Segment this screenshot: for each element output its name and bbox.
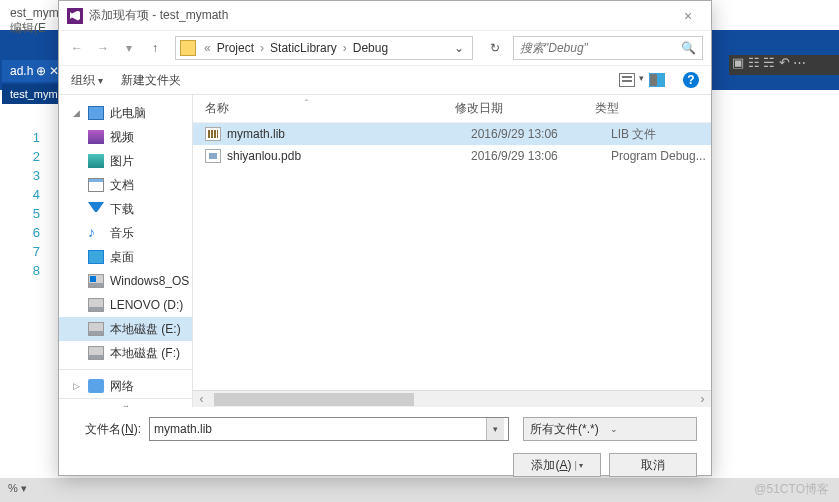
sidebar-item-drive-d[interactable]: LENOVO (D:) [59, 293, 192, 317]
pdb-file-icon [205, 149, 221, 163]
sidebar-item-drive-c[interactable]: Windows8_OS [59, 269, 192, 293]
filename-combo[interactable]: ▾ [149, 417, 509, 441]
organize-button[interactable]: 组织 [71, 72, 103, 89]
preview-pane-button[interactable] [649, 73, 665, 87]
filter-combo[interactable]: 所有文件(*.*) ⌄ [523, 417, 697, 441]
search-icon[interactable]: 🔍 [681, 41, 696, 55]
sidebar-item-pictures[interactable]: 图片 [59, 149, 192, 173]
col-type[interactable]: 类型 [595, 100, 695, 117]
nav-back-button[interactable]: ← [67, 38, 87, 58]
sidebar-item-this-pc[interactable]: ◢此电脑 [59, 101, 192, 125]
sidebar-item-music[interactable]: ♪音乐 [59, 221, 192, 245]
sidebar-item-videos[interactable]: 视频 [59, 125, 192, 149]
refresh-button[interactable]: ↻ [483, 36, 507, 60]
new-folder-button[interactable]: 新建文件夹 [121, 72, 181, 89]
nav-history-button[interactable]: ▾ [119, 38, 139, 58]
help-button[interactable]: ? [683, 72, 699, 88]
scroll-left-icon[interactable]: ‹ [193, 392, 210, 406]
lib-file-icon [205, 127, 221, 141]
crumb-dropdown-icon[interactable]: ⌄ [450, 41, 468, 55]
folder-icon [180, 40, 196, 56]
add-existing-item-dialog: 添加现有项 - test_mymath × ← → ▾ ↑ « Project … [58, 0, 712, 476]
file-row[interactable]: shiyanlou.pdb 2016/9/29 13:06 Program De… [193, 145, 711, 167]
crumb-staticlibrary[interactable]: StaticLibrary [268, 41, 339, 55]
dialog-title: 添加现有项 - test_mymath [89, 7, 673, 24]
sidebar-item-downloads[interactable]: 下载 [59, 197, 192, 221]
column-headers[interactable]: 名称ˆ 修改日期 类型 [193, 95, 711, 123]
close-button[interactable]: × [673, 8, 703, 24]
sidebar-item-documents[interactable]: 文档 [59, 173, 192, 197]
col-name[interactable]: 名称ˆ [205, 100, 455, 117]
sidebar-item-desktop[interactable]: 桌面 [59, 245, 192, 269]
filename-dropdown-icon[interactable]: ▾ [486, 418, 504, 440]
editor-tab-2[interactable]: test_mym [2, 84, 66, 104]
nav-tree: ◢此电脑 视频 图片 文档 下载 ♪音乐 桌面 Windows8_OS LENO… [59, 95, 193, 407]
search-box[interactable]: 🔍 [513, 36, 703, 60]
col-date[interactable]: 修改日期 [455, 100, 595, 117]
filename-input[interactable] [154, 422, 486, 436]
view-mode-button[interactable] [619, 73, 635, 87]
file-row[interactable]: mymath.lib 2016/9/29 13:06 LIB 文件 [193, 123, 711, 145]
cancel-button[interactable]: 取消 [609, 453, 697, 477]
sidebar-item-drive-e[interactable]: 本地磁盘 (E:) [59, 317, 192, 341]
sort-indicator-icon: ˆ [305, 98, 308, 108]
vs-icon [67, 8, 83, 24]
nav-forward-button: → [93, 38, 113, 58]
nav-up-button[interactable]: ↑ [145, 38, 165, 58]
breadcrumb[interactable]: « Project › StaticLibrary › Debug ⌄ [175, 36, 473, 60]
horizontal-scrollbar[interactable]: ‹ › [193, 390, 711, 407]
scroll-thumb[interactable] [214, 393, 414, 406]
sidebar-item-network[interactable]: ▷网络 [59, 374, 192, 398]
watermark: @51CTO博客 [754, 481, 829, 498]
line-gutter: 12345678 [0, 130, 48, 282]
filename-label: 文件名(N): [73, 421, 145, 438]
crumb-debug[interactable]: Debug [351, 41, 390, 55]
add-button[interactable]: 添加(A)│▾ [513, 453, 601, 477]
search-input[interactable] [520, 41, 681, 55]
editor-right-icons[interactable]: ▣ ☷ ☵ ↶ ⋯ [729, 55, 839, 75]
sidebar-scroll-down[interactable]: ⌄ [59, 398, 192, 407]
filter-label: 所有文件(*.*) [530, 421, 610, 438]
sidebar-item-drive-f[interactable]: 本地磁盘 (F:) [59, 341, 192, 365]
scroll-right-icon[interactable]: › [694, 392, 711, 406]
filter-dropdown-icon[interactable]: ⌄ [610, 424, 690, 434]
crumb-project[interactable]: Project [215, 41, 256, 55]
